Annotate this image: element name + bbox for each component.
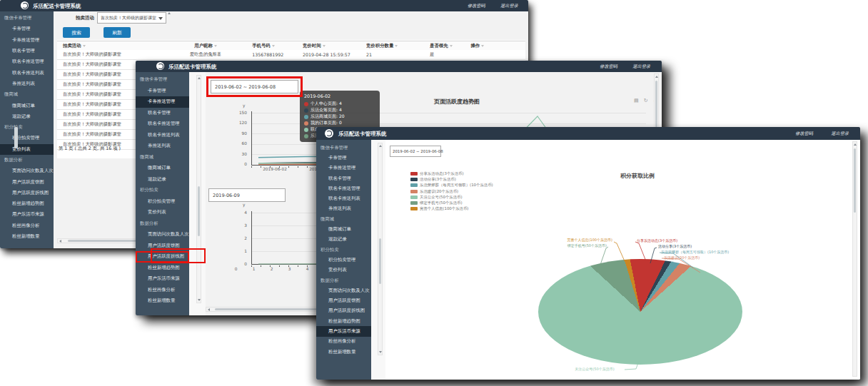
chart-title: 页面活跃度趋势图 xyxy=(350,98,564,106)
sidebar-item[interactable]: 联名卡管理 xyxy=(136,108,189,119)
x-tick-label: 2019-06-02 xyxy=(255,167,295,171)
sidebar-item[interactable]: 积分拍卖管理 xyxy=(0,133,54,143)
sort-icon xyxy=(450,45,453,47)
pie-label-navy: 活动分享(3个乐活币) xyxy=(658,244,692,248)
sidebar-item[interactable]: 粉丝画像分析 xyxy=(136,285,189,296)
sidebar-item[interactable]: 微信卡券管理 xyxy=(0,13,54,24)
search-button[interactable]: 搜索 xyxy=(63,27,90,38)
sidebar-item[interactable]: 联名卡推送列表 xyxy=(0,67,54,78)
tooltip-series-row: 个人中心页面: 4 xyxy=(304,101,375,107)
tooltip-series-row: 乐活商城页面: 20 xyxy=(304,113,375,120)
data-view-icon[interactable]: ▤ xyxy=(634,98,639,103)
sort-icon xyxy=(214,45,217,47)
scroll-left-icon[interactable] xyxy=(59,240,61,243)
sidebar-item[interactable]: 券推送列表 xyxy=(136,141,189,152)
sidebar-item[interactable]: 页面访问次数及人次 xyxy=(136,229,189,240)
sidebar-item[interactable]: 粉丝新增数量 xyxy=(136,295,189,307)
sidebar-item[interactable]: 退款记录 xyxy=(136,174,189,186)
sidebar-menu: 微信卡券管理卡券管理卡券推送管理联名卡管理联名卡推送管理联名卡推送列表券推送列表… xyxy=(0,11,54,248)
table-header-cell[interactable]: 竞价时间 xyxy=(303,43,366,49)
sidebar-item[interactable]: 用户活跃度折线图 xyxy=(0,188,54,198)
table-row[interactable]: 首次拍卖！大师级的摄影课堂爱吃鱼的兔斯基135678819922019-04-2… xyxy=(57,50,525,60)
sidebar-item[interactable]: 联名卡推送管理 xyxy=(136,118,189,130)
sidebar-scrollbar[interactable] xyxy=(196,75,201,303)
sidebar-item[interactable]: 用户乐活币来源 xyxy=(136,273,189,285)
scroll-up-icon[interactable] xyxy=(168,12,171,14)
table-header-cell[interactable]: 是否领先 xyxy=(430,43,470,49)
content-scrollbar[interactable] xyxy=(852,141,857,377)
content-scrollbar-thumb[interactable] xyxy=(854,148,856,213)
titlebar: 乐活配送卡管理系统 修改密码 退出登录 xyxy=(0,0,528,11)
refresh-button[interactable]: 刷新 xyxy=(104,27,131,38)
sidebar-item[interactable]: 联名卡推送管理 xyxy=(0,56,54,67)
table-header-cell[interactable]: 操作 xyxy=(470,43,525,49)
sidebar-item[interactable]: 用户乐活币来源 xyxy=(0,209,54,220)
table-header-cell[interactable]: 拍卖活动 xyxy=(57,43,159,49)
tooltip-series-row: 乐活众筹页面: 4 xyxy=(304,107,375,113)
sidebar-item[interactable]: 粉丝画像分析 xyxy=(0,220,54,231)
pie-label-teal: 乐活荣耀群（每周五可领取）(10个乐活币) xyxy=(661,250,729,254)
scroll-left-icon[interactable] xyxy=(208,308,210,311)
sidebar-item[interactable]: 微信卡券管理 xyxy=(136,74,189,86)
sidebar-item[interactable]: 用户活跃度饼图 xyxy=(0,176,54,187)
chevron-down-icon xyxy=(158,17,163,20)
sidebar-item[interactable]: 微商城 xyxy=(0,89,54,100)
sort-icon xyxy=(323,45,326,47)
sidebar-item[interactable]: 竞价列表 xyxy=(136,207,189,218)
pie-label-orange: 完善个人信息(100个乐活币) xyxy=(530,238,612,242)
table-header-cell[interactable]: 用户昵称 xyxy=(159,43,252,49)
sidebar-item[interactable]: 微商城 xyxy=(136,152,189,163)
annotation-red-box-date xyxy=(206,76,303,97)
sidebar-scrollbar-thumb[interactable] xyxy=(14,127,18,148)
sidebar-item[interactable]: 退款记录 xyxy=(0,111,54,122)
sidebar-item[interactable]: 粉丝新增数量 xyxy=(0,231,54,242)
sidebar-scrollbar-thumb[interactable] xyxy=(198,186,200,236)
sidebar-item[interactable]: 券推送列表 xyxy=(0,78,54,89)
date-input-second[interactable]: 2019-06-09 xyxy=(208,188,286,202)
auction-activity-select[interactable]: 首次拍卖！大师级的摄影课堂 xyxy=(97,12,166,24)
sidebar-item[interactable]: 粉丝新增趋势图 xyxy=(0,198,54,209)
scroll-up-icon[interactable] xyxy=(655,76,658,78)
sidebar-item[interactable]: 微商城订单 xyxy=(0,100,54,111)
filter-label: 拍卖活动 xyxy=(76,15,94,21)
pie-label-darkgreen: 绑定手机号(50个乐活币) xyxy=(516,243,607,248)
sidebar-item[interactable]: 卡券管理 xyxy=(0,24,54,34)
sidebar-item[interactable]: 积分拍卖 xyxy=(0,122,54,133)
series-color-dot xyxy=(304,121,308,126)
series-color-dot xyxy=(304,102,308,106)
pagination-status: 第 1 页 ( 总共 2 页, 共 16 项 ) xyxy=(59,146,121,152)
sidebar-item[interactable]: 竞价列表 xyxy=(0,144,54,155)
scroll-down-icon[interactable] xyxy=(198,299,201,301)
series-color-dot xyxy=(304,134,308,138)
table-header-cell[interactable]: 竞价积分数量 xyxy=(366,43,430,49)
series-color-dot xyxy=(304,128,308,132)
series-color-dot xyxy=(304,108,308,113)
table-header-cell[interactable]: 手机号码 xyxy=(252,43,303,49)
sidebar-item[interactable]: 卡券推送管理 xyxy=(136,96,189,108)
sidebar-item[interactable]: 卡券管理 xyxy=(136,86,189,97)
scroll-up-icon[interactable] xyxy=(854,143,857,146)
tooltip-date: 2019-06-02 xyxy=(304,93,375,99)
logout-link[interactable]: 退出登录 xyxy=(500,3,518,9)
sidebar-item[interactable]: 粉丝新增趋势图 xyxy=(136,263,189,274)
sidebar-item[interactable]: 积分拍卖管理 xyxy=(136,196,189,208)
y-axis-name: y xyxy=(243,203,245,207)
sidebar-item[interactable]: 联名卡推送列表 xyxy=(136,130,189,141)
sidebar-item[interactable]: 卡券推送管理 xyxy=(0,35,54,46)
sidebar-item[interactable]: 数据分析 xyxy=(136,218,189,230)
sort-icon xyxy=(272,45,275,47)
restore-icon[interactable]: ↻ xyxy=(644,98,648,103)
pie-label-red: 分享乐活动态(3个乐活币) xyxy=(637,238,677,243)
sidebar-item[interactable]: 联名卡管理 xyxy=(0,46,54,56)
sidebar-item[interactable]: 页面访问次数及人次 xyxy=(0,166,54,176)
logout-link[interactable]: 退出登录 xyxy=(632,64,650,70)
change-password-link[interactable]: 修改密码 xyxy=(468,3,485,9)
sidebar-item[interactable]: 数据分析 xyxy=(0,155,54,166)
change-password-link[interactable]: 修改密码 xyxy=(600,64,617,70)
annotation-red-box-menu xyxy=(151,248,206,263)
scroll-up-icon[interactable] xyxy=(198,77,201,79)
sidebar-item[interactable]: 积分拍卖 xyxy=(136,185,189,196)
sidebar-item[interactable]: 微商城订单 xyxy=(136,163,189,174)
pie-label-connectors xyxy=(316,127,860,380)
app-title: 乐活配送卡管理系统 xyxy=(33,3,81,10)
